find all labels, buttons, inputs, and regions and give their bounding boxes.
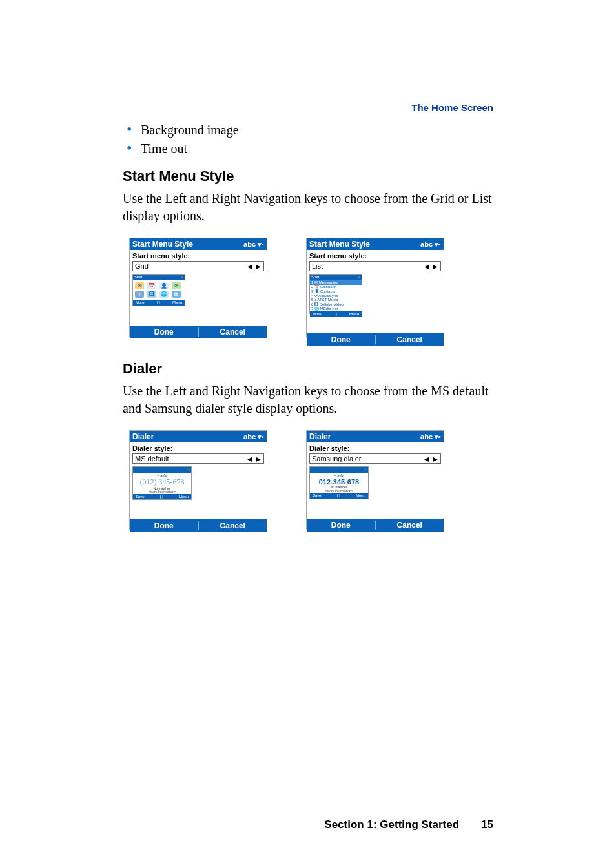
bullet-item: Time out — [141, 141, 493, 156]
list-preview: Start◦◦ 1 ✉ Messaging 2 📅 Calendar 3 👤 C… — [309, 274, 362, 314]
input-mode-indicator: abc ▾▪ — [420, 433, 441, 441]
field-label: Dialer style: — [307, 442, 444, 453]
done-softkey[interactable]: Done — [307, 521, 375, 530]
selector-arrows-icon: ◀ ▶ — [424, 263, 438, 270]
dialer-style-selector[interactable]: MS default ◀ ▶ — [132, 453, 264, 464]
selector-value: MS default — [135, 455, 169, 462]
page-footer: Section 1: Getting Started 15 — [324, 818, 493, 831]
cancel-softkey[interactable]: Cancel — [199, 521, 267, 530]
selector-value: List — [312, 262, 323, 270]
done-softkey[interactable]: Done — [130, 521, 198, 530]
start-menu-screenshots: Start Menu Style abc ▾▪ Start menu style… — [129, 238, 493, 341]
cancel-softkey[interactable]: Cancel — [376, 521, 444, 530]
samsung-dialer-preview: ◦◦ ≈ at&t 012-345-678 No matches <More I… — [309, 466, 369, 499]
phone-title: Start Menu Style — [132, 240, 193, 249]
input-mode-indicator: abc ▾▪ — [243, 240, 264, 249]
field-label: Start menu style: — [130, 250, 267, 261]
dialer-screenshots: Dialer abc ▾▪ Dialer style: MS default ◀… — [129, 430, 493, 534]
dialer-heading: Dialer — [123, 360, 493, 377]
phone-titlebar: Start Menu Style abc ▾▪ — [130, 238, 267, 250]
phone-titlebar: Dialer abc ▾▪ — [130, 431, 267, 442]
selector-arrows-icon: ◀ ▶ — [424, 455, 438, 462]
bullet-list: Background image Time out — [123, 123, 493, 156]
phone-title: Dialer — [132, 432, 154, 441]
footer-section: Section 1: Getting Started — [324, 818, 459, 831]
ms-dialer-preview: ◦◦ ≈ at&t (012) 345-678 No matches <More… — [132, 466, 192, 500]
phone-start-menu-grid: Start Menu Style abc ▾▪ Start menu style… — [129, 238, 267, 337]
dialer-body: Use the Left and Right Navigation keys t… — [123, 382, 493, 417]
start-menu-style-selector[interactable]: Grid ◀ ▶ — [132, 261, 264, 271]
phone-dialer-ms-default: Dialer abc ▾▪ Dialer style: MS default ◀… — [129, 430, 267, 530]
start-menu-style-selector[interactable]: List ◀ ▶ — [309, 261, 441, 271]
phone-titlebar: Dialer abc ▾▪ — [307, 431, 444, 442]
phone-title: Dialer — [309, 432, 331, 441]
field-label: Dialer style: — [130, 442, 267, 453]
phone-dialer-samsung: Dialer abc ▾▪ Dialer style: Samsung dial… — [306, 430, 444, 530]
input-mode-indicator: abc ▾▪ — [243, 433, 264, 441]
start-menu-style-body: Use the Left and Right Navigation keys t… — [123, 190, 493, 225]
selector-value: Samsung dialer — [312, 455, 361, 462]
phone-start-menu-list: Start Menu Style abc ▾▪ Start menu style… — [306, 238, 444, 337]
phone-title: Start Menu Style — [309, 240, 370, 249]
cancel-softkey[interactable]: Cancel — [199, 327, 267, 337]
done-softkey[interactable]: Done — [307, 335, 375, 344]
cancel-softkey[interactable]: Cancel — [376, 335, 444, 344]
dialer-style-selector[interactable]: Samsung dialer ◀ ▶ — [309, 453, 441, 464]
footer-page-number: 15 — [481, 818, 493, 831]
grid-preview: Start◦◦ ✉ 📅 👤 ⟳ ♪ 🎞 🌐 ▦ More| |Menu — [132, 274, 185, 306]
selector-arrows-icon: ◀ ▶ — [247, 263, 262, 270]
phone-titlebar: Start Menu Style abc ▾▪ — [307, 238, 444, 250]
selector-value: Grid — [135, 262, 149, 270]
start-menu-style-heading: Start Menu Style — [123, 168, 493, 185]
bullet-item: Background image — [141, 123, 493, 138]
selector-arrows-icon: ◀ ▶ — [247, 455, 262, 462]
done-softkey[interactable]: Done — [130, 327, 198, 337]
field-label: Start menu style: — [307, 250, 444, 261]
header-section-link: The Home Screen — [411, 102, 493, 113]
input-mode-indicator: abc ▾▪ — [420, 240, 441, 249]
